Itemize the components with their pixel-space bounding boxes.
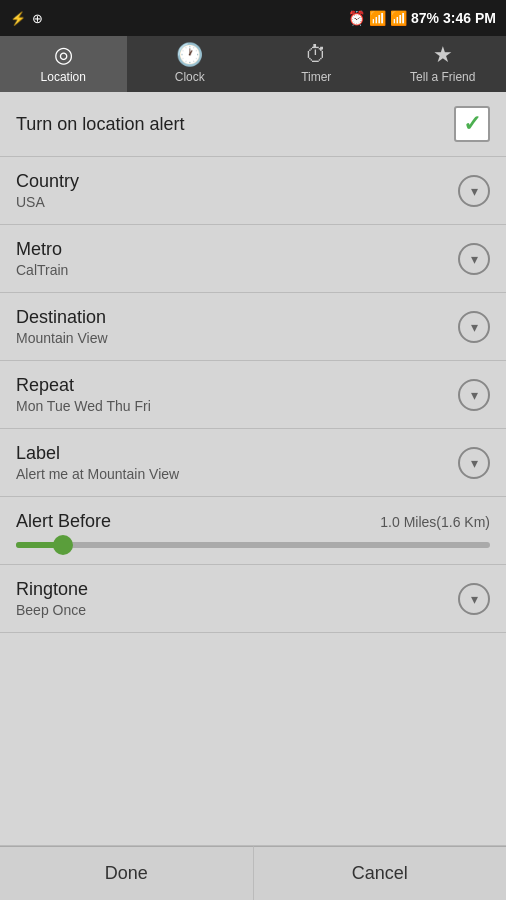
alert-before-slider-container — [16, 542, 490, 548]
done-button[interactable]: Done — [0, 846, 254, 900]
location-alert-title: Turn on location alert — [16, 114, 184, 135]
repeat-right: ▾ — [458, 379, 490, 411]
clock-tab-icon: 🕐 — [176, 44, 203, 66]
chevron-down-icon: ▾ — [471, 183, 478, 199]
time-display: 3:46 PM — [443, 10, 496, 26]
tab-timer-label: Timer — [301, 70, 331, 84]
slider-thumb[interactable] — [53, 535, 73, 555]
destination-subtitle: Mountain View — [16, 330, 108, 346]
ringtone-dropdown[interactable]: ▾ — [458, 583, 490, 615]
alarm-icon: ⏰ — [348, 10, 365, 26]
ringtone-row[interactable]: Ringtone Beep Once ▾ — [0, 565, 506, 633]
chevron-down-icon: ▾ — [471, 251, 478, 267]
alert-before-value: 1.0 Miles(1.6 Km) — [380, 514, 490, 530]
usb-icon: ⚡ — [10, 11, 26, 26]
metro-title: Metro — [16, 239, 68, 260]
tab-bar: ◎ Location 🕐 Clock ⏱ Timer ★ Tell a Frie… — [0, 36, 506, 92]
country-text: Country USA — [16, 171, 79, 210]
tab-friend-label: Tell a Friend — [410, 70, 475, 84]
location-alert-text: Turn on location alert — [16, 114, 184, 135]
status-icons: ⚡ ⊕ — [10, 11, 43, 26]
tab-location[interactable]: ◎ Location — [0, 36, 127, 92]
repeat-text: Repeat Mon Tue Wed Thu Fri — [16, 375, 151, 414]
location-tab-icon: ◎ — [54, 44, 73, 66]
wifi-icon: 📶 — [369, 10, 386, 26]
label-title: Label — [16, 443, 179, 464]
repeat-row[interactable]: Repeat Mon Tue Wed Thu Fri ▾ — [0, 361, 506, 429]
country-dropdown[interactable]: ▾ — [458, 175, 490, 207]
country-row[interactable]: Country USA ▾ — [0, 157, 506, 225]
location-alert-row[interactable]: Turn on location alert ✓ — [0, 92, 506, 157]
alert-before-row: Alert Before 1.0 Miles(1.6 Km) — [0, 497, 506, 565]
country-subtitle: USA — [16, 194, 79, 210]
label-right: ▾ — [458, 447, 490, 479]
ringtone-subtitle: Beep Once — [16, 602, 88, 618]
signal-icon: 📶 — [390, 10, 407, 26]
metro-text: Metro CalTrain — [16, 239, 68, 278]
metro-subtitle: CalTrain — [16, 262, 68, 278]
gps-icon: ⊕ — [32, 11, 43, 26]
ringtone-right: ▾ — [458, 583, 490, 615]
destination-row[interactable]: Destination Mountain View ▾ — [0, 293, 506, 361]
tab-location-label: Location — [41, 70, 86, 84]
repeat-title: Repeat — [16, 375, 151, 396]
status-bar: ⚡ ⊕ ⏰ 📶 📶 87% 3:46 PM — [0, 0, 506, 36]
friend-tab-icon: ★ — [433, 44, 453, 66]
destination-text: Destination Mountain View — [16, 307, 108, 346]
chevron-down-icon: ▾ — [471, 591, 478, 607]
repeat-subtitle: Mon Tue Wed Thu Fri — [16, 398, 151, 414]
country-right: ▾ — [458, 175, 490, 207]
tab-timer[interactable]: ⏱ Timer — [253, 36, 380, 92]
label-subtitle: Alert me at Mountain View — [16, 466, 179, 482]
chevron-down-icon: ▾ — [471, 319, 478, 335]
ringtone-title: Ringtone — [16, 579, 88, 600]
label-text: Label Alert me at Mountain View — [16, 443, 179, 482]
tab-friend[interactable]: ★ Tell a Friend — [380, 36, 507, 92]
metro-row[interactable]: Metro CalTrain ▾ — [0, 225, 506, 293]
chevron-down-icon: ▾ — [471, 387, 478, 403]
repeat-dropdown[interactable]: ▾ — [458, 379, 490, 411]
checkmark-icon: ✓ — [463, 111, 481, 137]
tab-clock[interactable]: 🕐 Clock — [127, 36, 254, 92]
content-area: Turn on location alert ✓ Country USA ▾ M… — [0, 92, 506, 845]
label-dropdown[interactable]: ▾ — [458, 447, 490, 479]
ringtone-text: Ringtone Beep Once — [16, 579, 88, 618]
destination-title: Destination — [16, 307, 108, 328]
destination-dropdown[interactable]: ▾ — [458, 311, 490, 343]
battery-text: 87% — [411, 10, 439, 26]
location-alert-checkbox[interactable]: ✓ — [454, 106, 490, 142]
cancel-button[interactable]: Cancel — [254, 846, 507, 900]
timer-tab-icon: ⏱ — [305, 44, 327, 66]
slider-track — [16, 542, 490, 548]
label-row[interactable]: Label Alert me at Mountain View ▾ — [0, 429, 506, 497]
destination-right: ▾ — [458, 311, 490, 343]
tab-clock-label: Clock — [175, 70, 205, 84]
country-title: Country — [16, 171, 79, 192]
alert-before-title: Alert Before — [16, 511, 111, 532]
metro-dropdown[interactable]: ▾ — [458, 243, 490, 275]
bottom-buttons: Done Cancel — [0, 845, 506, 900]
location-alert-right: ✓ — [454, 106, 490, 142]
chevron-down-icon: ▾ — [471, 455, 478, 471]
alert-before-header: Alert Before 1.0 Miles(1.6 Km) — [16, 511, 490, 532]
status-right: ⏰ 📶 📶 87% 3:46 PM — [348, 10, 496, 26]
metro-right: ▾ — [458, 243, 490, 275]
